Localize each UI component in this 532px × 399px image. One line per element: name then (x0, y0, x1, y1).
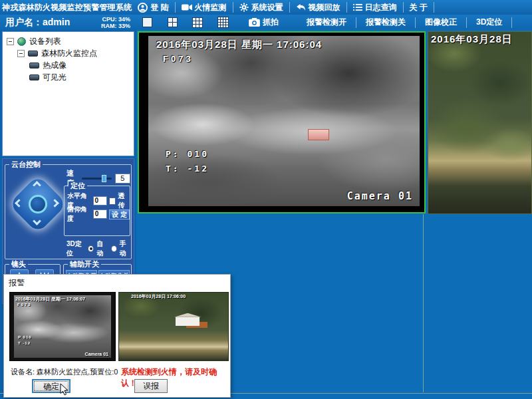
speed-value-field[interactable]: 5 (115, 174, 131, 184)
alarm-visible-thumbnail: 2016年03月28日 17:06:00 (118, 292, 229, 361)
image-correction-button[interactable]: 图像校正 (416, 17, 466, 28)
alarm-device-info: 设备名: 森林防火监控点,预置位:0 (11, 367, 118, 377)
grid-1-icon (142, 17, 152, 27)
osd-preset-code: F073 (163, 54, 194, 64)
grid-9-icon (192, 17, 203, 28)
toolbar: 用户名：admin CPU: 34% RAM: 33% 抓拍 报警检测开 报警检… (0, 15, 532, 30)
fire-detection-marker (308, 129, 329, 140)
gear-icon (239, 3, 249, 12)
divider (511, 17, 512, 28)
alarm-detect-on-button[interactable]: 报警检测开 (297, 17, 356, 28)
right-video-cell-visible[interactable]: 2016年03月28日 (428, 31, 532, 214)
position-group: 定位 水平角度 0 透传 俯仰角度 0 设 定 (64, 186, 130, 236)
pos3d-row: 3D定位 自动 手动 (66, 239, 131, 258)
pos3d-label: 3D定位 (66, 239, 85, 258)
cpu-usage: CPU: 34% (93, 16, 130, 23)
false-alarm-button[interactable]: 误报 (134, 379, 168, 393)
ptz-control-group: 云台控制 速度 5 定位 (5, 164, 132, 259)
tree-label-site: 森林防火监控点 (41, 48, 97, 59)
manual-radio[interactable] (111, 245, 117, 252)
alarm-visible-timestamp: 2016年03月28日 17:06:00 (131, 293, 186, 300)
collapse-icon[interactable] (17, 50, 25, 57)
alarm-detect-off-button[interactable]: 报警检测关 (356, 17, 415, 28)
tree-node-site[interactable]: 森林防火监控点 (17, 48, 134, 59)
menu-log-query-label: 日志查询 (365, 2, 397, 13)
tree-node-thermal[interactable]: 热成像 (29, 60, 134, 71)
speed-slider[interactable] (82, 178, 112, 180)
house-shape (176, 317, 200, 326)
set-button[interactable]: 设 定 (109, 209, 130, 219)
alarm-thermal-pan: P 010 (18, 335, 32, 339)
user-icon (138, 3, 148, 13)
menubar: 神戎森林防火视频监控预警管理系统 登 陆 火情监测 系统设置 视频回放 日志查询… (0, 0, 532, 15)
mouse-cursor (60, 383, 69, 396)
ram-usage: RAM: 33% (93, 23, 130, 29)
speed-slider-thumb[interactable] (102, 175, 106, 182)
log-list-icon (353, 3, 362, 11)
tree-label-thermal: 热成像 (43, 60, 66, 71)
main-video-cell-thermal[interactable]: 2016年03月28日 星期一 17:06:04 F073 P: 010 T: … (138, 31, 426, 213)
snapshot-button[interactable]: 抓拍 (242, 17, 285, 28)
menu-video-playback[interactable]: 视频回放 (290, 0, 346, 15)
layout-4-button[interactable] (164, 16, 180, 29)
camera-device-icon (28, 51, 38, 57)
globe-icon (17, 37, 26, 46)
auto-radio[interactable] (88, 245, 94, 252)
pitch-row: 俯仰角度 0 设 定 (67, 205, 130, 223)
osd-camera-label: Camera 01 (347, 190, 413, 202)
app-window: 神戎森林防火视频监控预警管理系统 登 陆 火情监测 系统设置 视频回放 日志查询… (0, 0, 532, 399)
tree-label-root: 设备列表 (29, 36, 61, 47)
collapse-icon[interactable] (7, 38, 14, 45)
tree-node-device-list[interactable]: 设备列表 (7, 36, 134, 47)
visible-video-image: 2016年03月28日 (428, 32, 531, 213)
menu-video-playback-label: 视频回放 (309, 2, 340, 13)
pitch-angle-label: 俯仰角度 (67, 205, 91, 223)
alarm-dialog-title: 报警 (9, 277, 25, 289)
menu-system-settings-label: 系统设置 (251, 2, 283, 13)
alarm-thermal-camera: Camera 01 (85, 352, 108, 356)
h-angle-input[interactable]: 0 (93, 196, 108, 205)
menu-log-query[interactable]: 日志查询 (347, 0, 403, 15)
joystick-center-button[interactable] (29, 195, 47, 213)
osd-timestamp-right: 2016年03月28日 (431, 33, 513, 46)
video-grid-divider-vertical (423, 214, 424, 392)
aux-group-title: 辅助开关 (68, 260, 101, 268)
alarm-thermal-timestamp: 2016年03月28日 星期一 17:06:07 (15, 296, 85, 303)
positioning-3d-button[interactable]: 3D定位 (467, 17, 511, 28)
ptz-joystick[interactable] (9, 176, 66, 233)
auto-label: 自动 (96, 239, 108, 258)
grid-16-icon (217, 17, 229, 28)
layout-9-button[interactable] (190, 16, 205, 29)
alarm-visible-image: 2016年03月28日 17:06:00 (119, 293, 228, 360)
alarm-thermal-code: F073 (17, 303, 32, 307)
layout-16-button[interactable] (215, 16, 231, 29)
app-title: 神戎森林防火视频监控预警管理系统 (0, 2, 132, 13)
alarm-dialog: 报警 2016年03月28日 星期一 17:06:07 F073 P 010 T… (3, 274, 231, 398)
layout-1-button[interactable] (139, 16, 155, 29)
tree-label-visible: 可见光 (43, 72, 66, 83)
alarm-thermal-tilt: T -12 (18, 341, 31, 345)
snapshot-label: 抓拍 (263, 17, 279, 28)
alarm-thermal-thumbnail: 2016年03月28日 星期一 17:06:07 F073 P 010 T -1… (9, 292, 116, 361)
system-load: CPU: 34% RAM: 33% (93, 16, 130, 29)
osd-tilt: T: -12 (166, 164, 209, 174)
pitch-angle-input[interactable]: 0 (93, 209, 108, 219)
thermal-video-image: 2016年03月28日 星期一 17:06:04 F073 P: 010 T: … (148, 36, 420, 206)
menu-about-label: 关 于 (410, 2, 428, 13)
osd-timestamp: 2016年03月28日 星期一 17:06:04 (156, 39, 322, 51)
username-label: 用户名：admin (0, 17, 93, 29)
tree-node-visible[interactable]: 可见光 (29, 72, 134, 83)
passthrough-checkbox[interactable] (109, 198, 116, 205)
position-group-title: 定位 (68, 182, 87, 190)
camera-device-icon (29, 74, 39, 80)
video-camera-icon (182, 3, 192, 11)
menu-login-label: 登 陆 (150, 2, 168, 13)
menu-login[interactable]: 登 陆 (132, 0, 174, 15)
menu-system-settings[interactable]: 系统设置 (233, 0, 289, 15)
alarm-thermal-image: 2016年03月28日 星期一 17:06:07 F073 P 010 T -1… (14, 295, 111, 358)
menu-about[interactable]: 关 于 (404, 0, 434, 15)
menu-fire-monitor-label: 火情监测 (195, 2, 227, 13)
camera-icon (249, 18, 260, 27)
menu-fire-monitor[interactable]: 火情监测 (176, 0, 233, 15)
device-tree-panel: 设备列表 森林防火监控点 热成像 可见光 (2, 31, 134, 156)
